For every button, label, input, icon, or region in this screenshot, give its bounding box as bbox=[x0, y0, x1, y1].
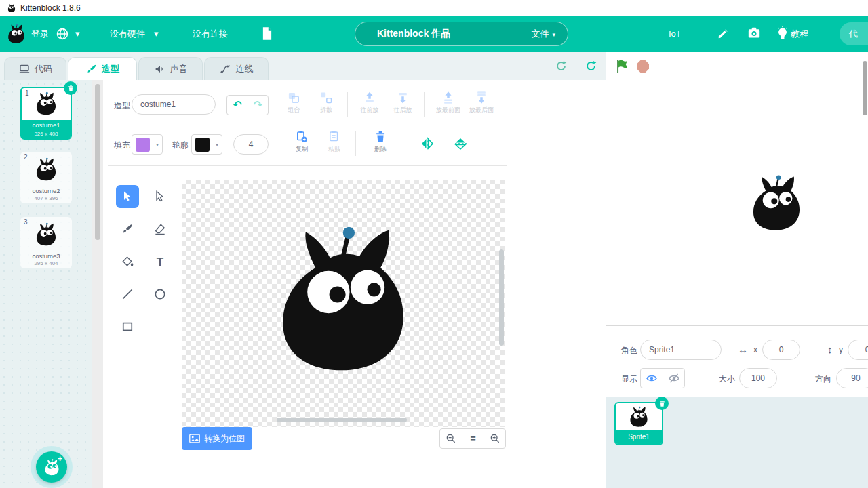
stop-icon[interactable] bbox=[637, 60, 649, 73]
convert-to-bitmap-button[interactable]: 转换为位图 bbox=[182, 427, 252, 450]
delete-label: 删除 bbox=[366, 145, 395, 154]
sprite-x-input[interactable] bbox=[762, 340, 800, 360]
delete-costume-button[interactable] bbox=[64, 81, 77, 95]
flip-vertical-icon[interactable] bbox=[452, 136, 469, 152]
ellipse-tool-button[interactable] bbox=[149, 283, 172, 306]
group-icon bbox=[287, 91, 300, 104]
size-label: 大小 bbox=[719, 373, 735, 385]
canvas-hscroll-thumb[interactable] bbox=[277, 418, 407, 422]
iot-button[interactable]: IoT bbox=[669, 16, 682, 52]
refresh-icon[interactable] bbox=[585, 60, 597, 73]
costume-panel-scrollbar[interactable] bbox=[92, 80, 103, 488]
zoom-in-button[interactable] bbox=[484, 429, 505, 448]
to-front-button[interactable]: 放最前面 bbox=[433, 91, 463, 115]
backward-button[interactable]: 往后放 bbox=[388, 91, 418, 115]
toolbar-separator bbox=[108, 165, 507, 166]
project-title: Kittenblock 作品 bbox=[377, 28, 531, 40]
redo-button[interactable]: ↷ bbox=[248, 96, 268, 115]
tab-code[interactable]: 代码 bbox=[4, 57, 66, 80]
reload-icon[interactable] bbox=[555, 60, 568, 73]
hide-sprite-button[interactable] bbox=[663, 369, 684, 388]
chevron-down-icon: ▾ bbox=[216, 142, 218, 148]
paste-button[interactable]: 粘贴 bbox=[319, 130, 349, 154]
language-button[interactable] bbox=[56, 27, 69, 43]
login-button[interactable]: 登录 bbox=[31, 16, 49, 52]
file-menu-button[interactable]: 文件▾ bbox=[531, 28, 555, 40]
costume-index: 2 bbox=[24, 153, 28, 161]
camera-icon[interactable] bbox=[747, 27, 761, 39]
tutorial-button[interactable] bbox=[776, 25, 789, 44]
costume-item-selected[interactable]: 1 costume1 326 x 408 bbox=[20, 87, 72, 140]
brush-tool-button[interactable] bbox=[116, 218, 139, 241]
layer-front-icon bbox=[441, 91, 455, 104]
green-flag-icon[interactable] bbox=[615, 59, 630, 74]
sprite-direction-input[interactable] bbox=[836, 368, 868, 388]
costume-name-input[interactable] bbox=[132, 94, 216, 115]
group-button[interactable]: 组合 bbox=[279, 91, 309, 115]
edit-pencil-icon[interactable] bbox=[717, 28, 729, 40]
costume-name-label: 造型 bbox=[114, 100, 130, 112]
tutorial-label[interactable]: 教程 bbox=[791, 16, 808, 52]
zoom-controls: = bbox=[439, 428, 506, 449]
undo-redo-group: ↶ ↷ bbox=[226, 95, 269, 115]
project-file-icon[interactable] bbox=[262, 26, 273, 41]
tab-sounds[interactable]: 声音 bbox=[138, 57, 203, 80]
page-scrollbar-thumb[interactable] bbox=[863, 61, 867, 115]
costume-cat-drawing[interactable] bbox=[262, 219, 425, 382]
ungroup-button[interactable]: 拆散 bbox=[311, 91, 341, 115]
to-back-label: 放最后面 bbox=[467, 106, 496, 115]
costume-list-panel: 1 costume1 326 x 408 2 costume2 407 x 39… bbox=[0, 80, 92, 488]
text-tool-button[interactable]: T bbox=[149, 250, 172, 273]
direction-label: 方向 bbox=[815, 373, 831, 385]
code-panel-toggle[interactable]: 代码 bbox=[840, 22, 868, 45]
hardware-menu[interactable]: 没有硬件 bbox=[110, 16, 145, 52]
costume-thumbnail bbox=[33, 157, 59, 182]
sprite-item-selected[interactable]: Sprite1 bbox=[614, 402, 663, 445]
tab-costumes[interactable]: 造型 bbox=[68, 57, 137, 80]
tab-connect[interactable]: 连线 bbox=[204, 57, 269, 80]
flip-horizontal-icon[interactable] bbox=[419, 136, 435, 152]
select-tool-button[interactable] bbox=[116, 185, 139, 208]
costume-item[interactable]: 3 costume3 295 x 404 bbox=[20, 217, 72, 268]
fill-color-picker[interactable]: ▾ bbox=[132, 134, 163, 155]
fill-tool-button[interactable] bbox=[116, 250, 139, 273]
editor-tab-bar: 代码 造型 声音 连线 bbox=[0, 52, 606, 80]
to-back-button[interactable]: 放最后面 bbox=[467, 91, 496, 115]
costume-item[interactable]: 2 costume2 407 x 396 bbox=[20, 152, 72, 203]
costume-thumbnail bbox=[33, 91, 59, 117]
show-sprite-button[interactable] bbox=[641, 369, 663, 388]
copy-button[interactable]: 复制 bbox=[287, 130, 317, 154]
sprite-y-input[interactable] bbox=[848, 340, 868, 360]
paint-bucket-icon bbox=[121, 255, 134, 268]
delete-sprite-button[interactable] bbox=[655, 396, 669, 410]
delete-button[interactable]: 删除 bbox=[366, 130, 395, 154]
paint-canvas[interactable] bbox=[182, 180, 505, 427]
kitten-logo-icon[interactable] bbox=[5, 23, 27, 45]
menu-divider bbox=[174, 27, 174, 41]
scrollbar-thumb[interactable] bbox=[95, 84, 100, 240]
costume-thumbnail bbox=[33, 222, 59, 247]
sprite-list-panel: Sprite1 bbox=[606, 396, 868, 488]
forward-button[interactable]: 往前放 bbox=[355, 91, 384, 115]
zoom-out-button[interactable] bbox=[440, 429, 462, 448]
line-tool-button[interactable] bbox=[116, 283, 139, 306]
copy-icon bbox=[295, 130, 309, 144]
connection-status[interactable]: 没有连接 bbox=[193, 16, 228, 52]
reshape-tool-button[interactable] bbox=[149, 185, 172, 208]
zoom-reset-button[interactable]: = bbox=[462, 429, 484, 448]
sprite-size-input[interactable] bbox=[739, 368, 777, 388]
rectangle-tool-button[interactable] bbox=[116, 315, 139, 338]
menu-bar: 登录 ▾ 没有硬件 ▾ 没有连接 Kittenblock 作品 文件▾ IoT bbox=[0, 16, 868, 52]
add-costume-button[interactable]: + bbox=[36, 451, 67, 483]
outline-color-picker[interactable]: ▾ bbox=[191, 134, 222, 155]
sprite-name-input[interactable] bbox=[640, 340, 722, 360]
undo-button[interactable]: ↶ bbox=[227, 96, 248, 115]
stage-sprite-cat[interactable] bbox=[745, 172, 808, 235]
canvas-vscroll-thumb[interactable] bbox=[499, 249, 504, 346]
fill-color-swatch bbox=[136, 138, 150, 152]
stroke-width-input[interactable] bbox=[233, 134, 269, 155]
rectangle-icon bbox=[121, 320, 134, 333]
eraser-tool-button[interactable] bbox=[149, 218, 172, 241]
tab-label: 造型 bbox=[102, 63, 119, 75]
minimize-button[interactable]: — bbox=[848, 1, 857, 12]
